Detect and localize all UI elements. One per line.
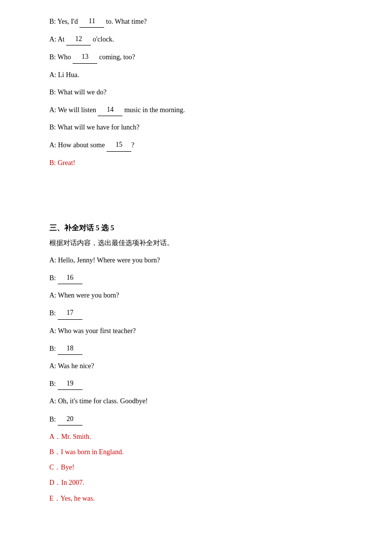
- dialogue-line-b-what: B: What will we do?: [49, 86, 353, 98]
- page-content: B: Yes, I'd 11 to. What time? A: At 12 o…: [0, 0, 392, 555]
- section3-dialogue-a-nice: A: Was he nice?: [49, 360, 353, 372]
- dialogue-line-a-lihua: A: Li Hua.: [49, 69, 353, 81]
- blank-13: 13: [73, 50, 97, 63]
- section3-dialogue-a-who: A: Who was your first teacher?: [49, 325, 353, 337]
- dialogue-line-b-13: B: Who 13 coming, too?: [49, 50, 353, 63]
- speaker-a: A: [49, 36, 54, 43]
- option-d: D．In 2007.: [49, 476, 353, 489]
- dialogue-line-b-lunch: B: What will we have for lunch?: [49, 121, 353, 133]
- option-e: E．Yes, he was.: [49, 492, 353, 505]
- option-b: B．I was born in England.: [49, 446, 353, 458]
- colon: : Yes, I'd: [54, 18, 79, 25]
- section3-dialogue-a-when: A: When were you born?: [49, 289, 353, 301]
- blank-14: 14: [98, 103, 122, 116]
- dialogue-line-a-14: A: We will listen 14 music in the mornin…: [49, 103, 353, 116]
- speaker-b: B: [49, 18, 54, 25]
- option-c: C．Bye!: [49, 461, 353, 473]
- blank-17: 17: [58, 306, 82, 319]
- blank-15: 15: [107, 138, 131, 151]
- blank-18: 18: [58, 342, 82, 355]
- blank-16: 16: [58, 271, 82, 284]
- text-after-11: to. What time?: [104, 18, 147, 25]
- dialogue-line-b-great: B: Great!: [49, 157, 353, 169]
- blank-12: 12: [66, 33, 91, 45]
- section3-dialogue-b-18: B: 18: [49, 342, 353, 355]
- section3-dialogue-b-16: B: 16: [49, 271, 353, 284]
- section3-dialogue-b-20: B: 20: [49, 413, 353, 426]
- dialogue-line-a-12: A: At 12 o'clock.: [49, 33, 353, 45]
- blank-11: 11: [79, 15, 104, 28]
- option-a: A．Mr. Smith.: [49, 430, 353, 443]
- section3-desc: 根据对话内容，选出最佳选项补全对话。: [49, 237, 353, 249]
- section3-dialogue-a-hello: A: Hello, Jenny! Where were you born?: [49, 254, 353, 266]
- section3-title: 三、补全对话 5 选 5: [49, 223, 353, 233]
- blank-20: 20: [58, 413, 82, 426]
- section3-dialogue-a-time: A: Oh, it's time for class. Goodbye!: [49, 395, 353, 407]
- speaker-b: B: [49, 53, 54, 61]
- blank-19: 19: [58, 377, 82, 390]
- dialogue-line-b-11: B: Yes, I'd 11 to. What time?: [49, 15, 353, 28]
- section3-dialogue-b-17: B: 17: [49, 306, 353, 319]
- dialogue-line-a-15: A: How about some 15?: [49, 138, 353, 151]
- section3-dialogue-b-19: B: 19: [49, 377, 353, 390]
